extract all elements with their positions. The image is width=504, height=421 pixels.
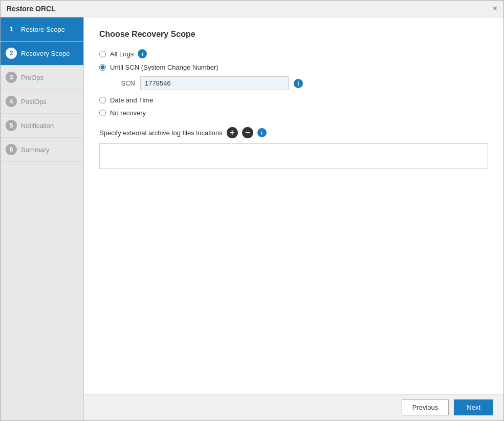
archive-label: Specify external archive log files locat… xyxy=(99,129,223,137)
sidebar-item-preops[interactable]: 3 PreOps xyxy=(1,66,83,90)
step-badge-3: 3 xyxy=(6,72,17,83)
radio-date-time[interactable] xyxy=(99,97,106,103)
radio-label-no-recovery[interactable]: No recovery xyxy=(110,109,146,117)
info-icon-all-logs[interactable]: i xyxy=(138,49,147,58)
info-icon-scn[interactable]: i xyxy=(294,79,303,88)
step-badge-2: 2 xyxy=(6,48,17,59)
sidebar-item-recovery-scope[interactable]: 2 Recovery Scope xyxy=(1,41,83,66)
radio-label-all-logs[interactable]: All Logs xyxy=(110,50,134,58)
archive-textarea[interactable] xyxy=(99,143,488,169)
dialog-body: 1 Restore Scope 2 Recovery Scope 3 PreOp… xyxy=(1,17,503,420)
remove-icon: − xyxy=(245,129,250,137)
dialog: Restore ORCL × 1 Restore Scope 2 Recover… xyxy=(0,0,504,421)
sidebar-label-6: Summary xyxy=(21,146,50,154)
sidebar-label-5: Notification xyxy=(21,122,54,130)
title-bar: Restore ORCL × xyxy=(1,1,503,17)
sidebar-item-postops[interactable]: 4 PostOps xyxy=(1,90,83,114)
info-icon-archive[interactable]: i xyxy=(257,128,267,137)
sidebar-label-3: PreOps xyxy=(21,74,43,81)
step-badge-5: 5 xyxy=(6,120,17,131)
scn-input[interactable] xyxy=(140,76,289,90)
radio-label-date-time[interactable]: Date and Time xyxy=(110,96,154,104)
archive-section: Specify external archive log files locat… xyxy=(99,127,488,171)
radio-all-logs[interactable] xyxy=(99,51,106,57)
add-icon: + xyxy=(230,129,234,137)
step-badge-6: 6 xyxy=(6,144,17,155)
sidebar-label-2: Recovery Scope xyxy=(21,50,70,57)
content-area: Choose Recovery Scope All Logs i Until S… xyxy=(84,17,503,394)
sidebar-label-1: Restore Scope xyxy=(21,26,65,33)
add-archive-button[interactable]: + xyxy=(227,127,238,138)
step-badge-4: 4 xyxy=(6,96,17,107)
radio-row-all-logs: All Logs i xyxy=(99,49,488,58)
sidebar-item-summary[interactable]: 6 Summary xyxy=(1,138,83,162)
radio-label-until-scn[interactable]: Until SCN (System Change Number) xyxy=(110,64,218,71)
radio-no-recovery[interactable] xyxy=(99,110,106,116)
radio-row-date-time: Date and Time xyxy=(99,96,488,104)
scn-row: SCN i xyxy=(115,76,488,90)
main-content: Choose Recovery Scope All Logs i Until S… xyxy=(84,17,503,420)
close-button[interactable]: × xyxy=(493,5,497,13)
previous-button[interactable]: Previous xyxy=(402,399,449,415)
footer: Previous Next xyxy=(84,394,503,420)
scn-label: SCN xyxy=(115,79,135,87)
radio-row-until-scn: Until SCN (System Change Number) xyxy=(99,64,488,71)
sidebar-label-4: PostOps xyxy=(21,98,47,106)
sidebar-item-restore-scope[interactable]: 1 Restore Scope xyxy=(1,17,83,41)
radio-row-no-recovery: No recovery xyxy=(99,109,488,117)
step-badge-1: 1 xyxy=(6,24,17,35)
radio-group: All Logs i Until SCN (System Change Numb… xyxy=(99,49,488,117)
radio-until-scn[interactable] xyxy=(99,64,106,71)
archive-row: Specify external archive log files locat… xyxy=(99,127,488,138)
section-title: Choose Recovery Scope xyxy=(99,30,488,39)
dialog-title: Restore ORCL xyxy=(7,5,56,13)
sidebar: 1 Restore Scope 2 Recovery Scope 3 PreOp… xyxy=(1,17,84,420)
sidebar-item-notification[interactable]: 5 Notification xyxy=(1,114,83,138)
next-button[interactable]: Next xyxy=(454,399,493,415)
remove-archive-button[interactable]: − xyxy=(242,127,253,138)
